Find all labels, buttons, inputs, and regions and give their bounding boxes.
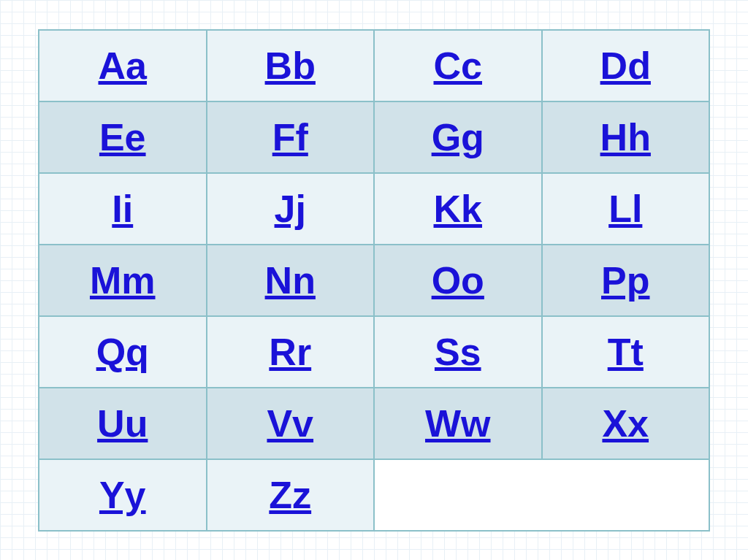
letter-link-i[interactable]: Ii [112, 190, 133, 228]
table-cell: Mm [39, 245, 207, 316]
table-cell: Cc [374, 30, 542, 101]
table-cell: Oo [374, 245, 542, 316]
table-cell: Ll [542, 173, 710, 245]
table-cell: Kk [374, 173, 542, 245]
table-cell: Jj [207, 173, 375, 245]
table-row: Qq Rr Ss Tt [39, 316, 709, 388]
letter-link-v[interactable]: Vv [267, 404, 313, 442]
letter-link-e[interactable]: Ee [99, 118, 146, 156]
table-cell: Tt [542, 316, 710, 388]
table-cell: Ii [39, 173, 207, 245]
letter-link-z[interactable]: Zz [269, 476, 311, 514]
letter-link-c[interactable]: Cc [434, 47, 482, 85]
table-cell: Ee [39, 101, 207, 173]
table-cell: Gg [374, 101, 542, 173]
letter-link-r[interactable]: Rr [269, 333, 311, 371]
table-cell: Aa [39, 30, 207, 101]
letter-link-n[interactable]: Nn [265, 261, 316, 299]
letter-link-y[interactable]: Yy [99, 476, 146, 514]
table-cell: Ww [374, 388, 542, 459]
letter-link-h[interactable]: Hh [600, 118, 651, 156]
letter-link-u[interactable]: Uu [97, 404, 148, 442]
table-cell: Zz [207, 459, 375, 531]
table-row: Ii Jj Kk Ll [39, 173, 709, 245]
letter-link-q[interactable]: Qq [96, 333, 149, 371]
letter-link-w[interactable]: Ww [425, 404, 491, 442]
table-cell: Hh [542, 101, 710, 173]
alphabet-table-container: Aa Bb Cc Dd Ee Ff Gg Hh Ii Jj Kk Ll Mm N… [38, 29, 710, 532]
table-cell: Xx [542, 388, 710, 459]
letter-link-k[interactable]: Kk [434, 190, 482, 228]
table-cell: Yy [39, 459, 207, 531]
table-row: Aa Bb Cc Dd [39, 30, 709, 101]
letter-link-t[interactable]: Tt [608, 333, 644, 371]
letter-link-l[interactable]: Ll [608, 190, 642, 228]
letter-link-f[interactable]: Ff [272, 118, 308, 156]
letter-link-a[interactable]: Aa [99, 47, 147, 85]
letter-link-m[interactable]: Mm [90, 261, 156, 299]
letter-link-b[interactable]: Bb [265, 47, 316, 85]
table-cell: Rr [207, 316, 375, 388]
letter-link-o[interactable]: Oo [432, 261, 484, 299]
table-cell: Qq [39, 316, 207, 388]
letter-link-j[interactable]: Jj [275, 190, 306, 228]
table-cell: Dd [542, 30, 710, 101]
table-row: Mm Nn Oo Pp [39, 245, 709, 316]
letter-link-p[interactable]: Pp [601, 261, 649, 299]
table-cell-empty [374, 459, 709, 531]
table-row: Ee Ff Gg Hh [39, 101, 709, 173]
table-cell: Vv [207, 388, 375, 459]
table-cell: Nn [207, 245, 375, 316]
table-row: Yy Zz [39, 459, 709, 531]
letter-link-s[interactable]: Ss [435, 333, 481, 371]
alphabet-table: Aa Bb Cc Dd Ee Ff Gg Hh Ii Jj Kk Ll Mm N… [38, 29, 710, 532]
table-cell: Ss [374, 316, 542, 388]
table-cell: Uu [39, 388, 207, 459]
table-cell: Pp [542, 245, 710, 316]
table-cell: Ff [207, 101, 375, 173]
letter-link-d[interactable]: Dd [600, 47, 651, 85]
table-row: Uu Vv Ww Xx [39, 388, 709, 459]
table-cell: Bb [207, 30, 375, 101]
letter-link-g[interactable]: Gg [432, 118, 484, 156]
letter-link-x[interactable]: Xx [602, 404, 649, 442]
